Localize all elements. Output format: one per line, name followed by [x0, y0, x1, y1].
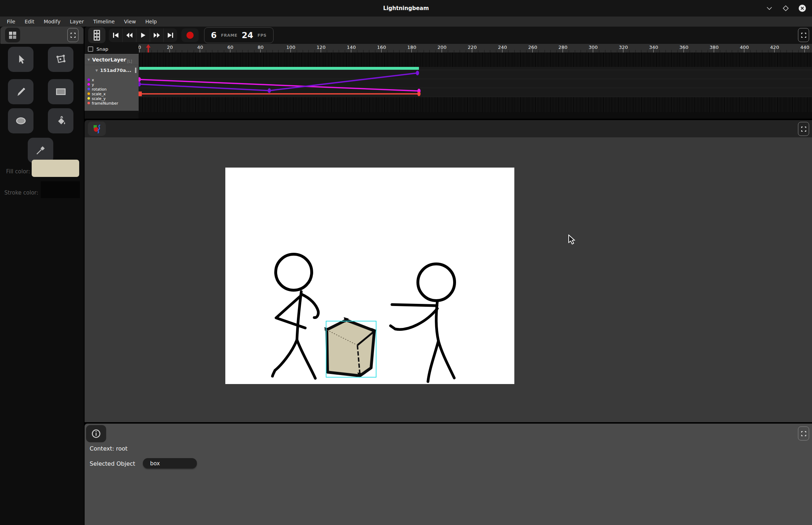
- timeline-tracks[interactable]: 0204060801001201401601802002202402602803…: [139, 44, 812, 119]
- fast-forward-icon: [153, 32, 160, 38]
- timeline-menu-button[interactable]: [88, 27, 105, 43]
- canvas-header: [85, 120, 812, 137]
- stage[interactable]: [225, 168, 514, 384]
- select-arrow-icon: [16, 54, 26, 64]
- menu-timeline[interactable]: Timeline: [89, 17, 119, 27]
- playhead[interactable]: [146, 44, 151, 52]
- menu-view[interactable]: View: [119, 17, 141, 27]
- canvas-expand-button[interactable]: [798, 122, 809, 136]
- property-row-framenumber[interactable]: frameNumber: [85, 101, 139, 105]
- rewind-icon: [126, 32, 133, 38]
- property-color-dot: [87, 102, 90, 104]
- window-title: Lightningbeam: [0, 0, 812, 17]
- eyedropper-icon: [35, 145, 46, 156]
- vector-shapes-icon: [92, 124, 102, 133]
- canvas-area[interactable]: [85, 137, 812, 422]
- context-text: Context: root: [90, 445, 127, 452]
- snap-option[interactable]: Snap: [85, 44, 139, 54]
- titlebar: Lightningbeam: [0, 0, 812, 17]
- timeline-ruler[interactable]: 0204060801001201401601802002202402602803…: [139, 44, 812, 52]
- eyedropper-tool-button[interactable]: [28, 138, 53, 163]
- mouse-cursor: [568, 234, 577, 245]
- collapse-triangle-icon[interactable]: ▼: [87, 58, 90, 61]
- skip-start-icon: [112, 32, 119, 38]
- play-button[interactable]: [136, 28, 150, 42]
- stage-tab-button[interactable]: [88, 122, 106, 136]
- maximize-button[interactable]: [782, 4, 790, 12]
- property-row-rotation[interactable]: rotation: [85, 87, 139, 91]
- playback-controls: [109, 28, 177, 42]
- transform-icon: [55, 54, 66, 65]
- film-strip-icon: [93, 30, 100, 41]
- tools-expand-button[interactable]: [67, 28, 78, 42]
- inspector-panel: Context: root Selected Object box: [85, 424, 812, 525]
- tools-sidebar: Fill color: Stroke color:: [0, 27, 84, 525]
- fps-value: 24: [242, 31, 253, 40]
- close-icon: [798, 4, 806, 12]
- property-color-dot: [87, 88, 90, 90]
- menu-modify[interactable]: Modify: [39, 17, 65, 27]
- snap-checkbox[interactable]: [88, 46, 93, 52]
- frame-grid-bottom[interactable]: [139, 97, 812, 112]
- frame-value: 6: [211, 31, 217, 40]
- property-row-y[interactable]: y: [85, 82, 139, 87]
- snap-label: Snap: [96, 46, 108, 52]
- layer-duration-bar[interactable]: [139, 67, 419, 70]
- record-button[interactable]: [181, 28, 199, 42]
- menu-help[interactable]: Help: [141, 17, 162, 27]
- property-color-dot: [87, 83, 90, 86]
- chevron-down-icon: [767, 7, 772, 10]
- skip-end-icon: [167, 32, 174, 38]
- menu-file[interactable]: File: [2, 17, 20, 27]
- property-list: x y rotation: [85, 76, 139, 105]
- instance-row[interactable]: ▼ 151ad70a... ~: [85, 65, 139, 76]
- fps-label: FPS: [258, 33, 267, 38]
- instance-visibility-button[interactable]: [135, 68, 136, 73]
- property-color-dot: [87, 97, 90, 100]
- minimize-button[interactable]: [765, 4, 773, 12]
- stroke-color-label: Stroke color:: [4, 190, 38, 196]
- skip-to-start-button[interactable]: [109, 28, 122, 42]
- ellipse-icon: [15, 116, 27, 125]
- menubar: File Edit Modify Layer Timeline View Hel…: [0, 17, 812, 27]
- timeline-panel: 6 FRAME 24 FPS Snap: [85, 27, 812, 119]
- timeline-expand-button[interactable]: [798, 28, 809, 42]
- rectangle-tool-button[interactable]: [48, 79, 73, 104]
- fill-color-swatch[interactable]: [32, 160, 79, 177]
- paint-bucket-icon: [55, 115, 66, 126]
- diamond-icon: [783, 5, 789, 11]
- paint-bucket-tool-button[interactable]: [48, 108, 73, 133]
- frame-label: FRAME: [221, 33, 237, 38]
- close-button[interactable]: [798, 4, 806, 12]
- timeline-filler: [139, 112, 812, 119]
- inspector-expand-button[interactable]: [798, 426, 809, 440]
- selected-object-input[interactable]: box: [143, 458, 197, 469]
- instance-name: 151ad70a...: [100, 68, 131, 73]
- skip-to-end-button[interactable]: [163, 28, 177, 42]
- apps-grid-button[interactable]: [5, 28, 20, 42]
- stroke-color-swatch[interactable]: [41, 181, 80, 198]
- ellipse-tool-button[interactable]: [8, 108, 33, 133]
- rewind-button[interactable]: [122, 28, 136, 42]
- layer-row-vectorlayer[interactable]: ▼ VectorLayer [L]: [85, 54, 139, 65]
- menu-edit[interactable]: Edit: [20, 17, 39, 27]
- curves-svg: [139, 70, 812, 97]
- property-row-x[interactable]: x: [85, 77, 139, 82]
- collapse-triangle-icon[interactable]: ▼: [95, 69, 98, 72]
- canvas-panel: [85, 120, 812, 422]
- menu-layer[interactable]: Layer: [65, 17, 89, 27]
- frame-fps-indicator: 6 FRAME 24 FPS: [204, 27, 274, 43]
- layers-column: Snap ▼ VectorLayer [L] ▼ 151ad70a... ~: [85, 44, 139, 119]
- pencil-tool-button[interactable]: [8, 79, 33, 104]
- timeline-header: 6 FRAME 24 FPS: [85, 27, 812, 44]
- info-icon: [91, 429, 101, 438]
- transform-tool-button[interactable]: [48, 47, 73, 72]
- fast-forward-button[interactable]: [150, 28, 163, 42]
- select-tool-button[interactable]: [8, 47, 33, 72]
- property-row-scale-y[interactable]: scale_y: [85, 96, 139, 101]
- frame-grid-top[interactable]: [139, 52, 812, 67]
- property-row-scale-x[interactable]: scale_x: [85, 91, 139, 96]
- info-tab-button[interactable]: [86, 425, 106, 442]
- fullscreen-icon: [801, 33, 806, 38]
- keyframe-curve-area[interactable]: [139, 70, 812, 97]
